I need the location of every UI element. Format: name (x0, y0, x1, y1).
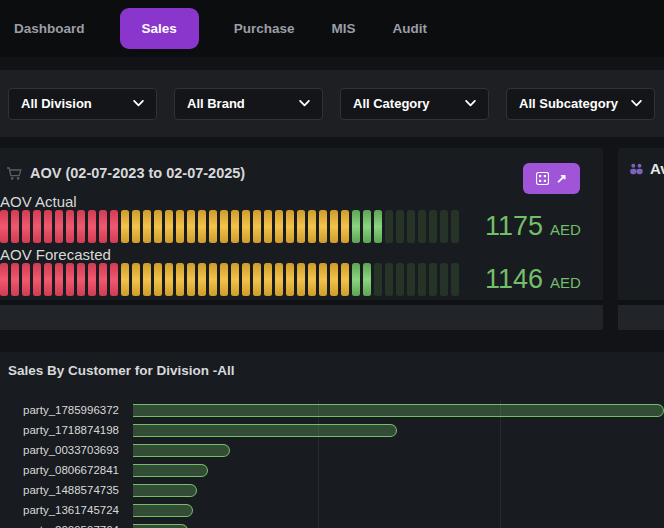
customer-label: party_2009597764 (0, 520, 126, 528)
gauge-segment-red (99, 263, 107, 296)
average-panel-footer-strip (618, 300, 664, 330)
explore-table-button[interactable]: ↗ (523, 163, 580, 194)
gauge-segment-yellow (297, 263, 305, 296)
gauge-segment-off (407, 263, 415, 296)
gauge-segment-yellow (132, 263, 140, 296)
sales-by-customer-title: Sales By Customer for Division -All (8, 363, 235, 378)
gauge-segment-red (11, 210, 19, 243)
bar-row (133, 480, 664, 500)
customer-label: party_1785996372 (0, 400, 126, 420)
gauge-segment-yellow (220, 263, 228, 296)
gauge-segment-yellow (209, 263, 217, 296)
gauge-segment-yellow (187, 263, 195, 296)
customer-bar (133, 484, 197, 497)
filter-dropdown-2[interactable]: All Brand (174, 88, 323, 120)
gauge-value-unit: AED (550, 221, 581, 238)
gauge-segment-yellow (275, 263, 283, 296)
gauge-segment-yellow (308, 210, 316, 243)
dropdown-selected-value: All Division (21, 96, 92, 111)
chevron-down-icon (465, 100, 476, 107)
gauge-segment-yellow (264, 263, 272, 296)
gauge-segment-off (429, 210, 437, 243)
gauge-segment-yellow (165, 210, 173, 243)
gauge-segment-yellow (220, 210, 228, 243)
gauge-segment-yellow (176, 210, 184, 243)
gauge-segment-yellow (319, 210, 327, 243)
gauge-value: 1146AED (485, 264, 581, 295)
gauge-segment-yellow (176, 263, 184, 296)
filter-dropdown-4[interactable]: All Subcategory (506, 88, 655, 120)
gauge-segment-yellow (231, 263, 239, 296)
gauge-segment-yellow (154, 263, 162, 296)
gauge-row: 1146AED (0, 263, 603, 296)
bar-row (133, 400, 664, 420)
gauge-segment-off (418, 210, 426, 243)
gauge-list: AOV Actual1175AEDAOV Forecasted1146AED (0, 194, 603, 296)
gauge-segment-yellow (330, 210, 338, 243)
gauge-segment-red (11, 263, 19, 296)
gauge-segment-green (352, 210, 360, 243)
gauge-segment-yellow (154, 210, 162, 243)
gauge-segment-red (0, 210, 8, 243)
sales-by-customer-panel: Sales By Customer for Division -All part… (0, 352, 664, 528)
average-panel-header: Ave (629, 160, 664, 177)
gauge-segment-red (44, 263, 52, 296)
gauge-segment-yellow (132, 210, 140, 243)
shopping-cart-icon (6, 166, 22, 181)
customer-bar (133, 464, 208, 477)
bar-row (133, 420, 664, 440)
gauge-segment-yellow (165, 263, 173, 296)
nav-tab-sales[interactable]: Sales (120, 8, 199, 49)
gauge-segment-red (88, 210, 96, 243)
gauge-value: 1175AED (485, 211, 581, 242)
gauge-segment-red (0, 263, 8, 296)
gauge-segment-off (440, 263, 448, 296)
bar-row (133, 520, 664, 528)
customer-labels: party_1785996372party_1718874198party_00… (0, 400, 126, 528)
gauge-segment-red (110, 210, 118, 243)
gauge-segment-off (385, 263, 393, 296)
gauge-segment-yellow (308, 263, 316, 296)
gauge-segment-yellow (242, 263, 250, 296)
gauge-segment-yellow (286, 210, 294, 243)
gauge-segment-red (99, 210, 107, 243)
nav-tab-mis[interactable]: MIS (330, 21, 358, 36)
gauge-segment-yellow (341, 263, 349, 296)
gauge-segment-yellow (209, 210, 217, 243)
lcd-bar-gauge (0, 210, 459, 243)
gauge-segment-green (374, 210, 382, 243)
gauge-segment-yellow (121, 210, 129, 243)
arrow-up-right-icon: ↗ (556, 172, 567, 185)
gauge-segment-red (66, 263, 74, 296)
nav-tab-dashboard[interactable]: Dashboard (12, 21, 87, 36)
bar-row (133, 500, 664, 520)
table-icon (536, 172, 549, 185)
bar-row (133, 460, 664, 480)
customer-label: party_0806672841 (0, 460, 126, 480)
average-panel: Ave (618, 148, 664, 330)
gauge-segment-green (363, 210, 371, 243)
gauge-segment-yellow (264, 210, 272, 243)
dropdown-selected-value: All Subcategory (519, 96, 618, 111)
chevron-down-icon (133, 100, 144, 107)
filter-dropdown-1[interactable]: All Division (8, 88, 157, 120)
dropdown-selected-value: All Category (353, 96, 430, 111)
gauge-segment-off (418, 263, 426, 296)
gauge-segment-off (396, 263, 404, 296)
gauge-label: AOV Forecasted (0, 247, 603, 263)
gauge-value-unit: AED (550, 274, 581, 291)
gauge-segment-yellow (198, 263, 206, 296)
gauge-segment-off (385, 210, 393, 243)
gauge-segment-yellow (198, 210, 206, 243)
aov-panel-header: AOV (02-07-2023 to 02-07-2025) ↗ (0, 158, 603, 188)
dropdown-selected-value: All Brand (187, 96, 245, 111)
customer-label: party_1488574735 (0, 480, 126, 500)
filter-dropdown-3[interactable]: All Category (340, 88, 489, 120)
gauge-segment-yellow (341, 210, 349, 243)
nav-tab-purchase[interactable]: Purchase (232, 21, 297, 36)
gauge-segment-off (451, 263, 459, 296)
gauge-segment-off (374, 263, 382, 296)
gauge-segment-red (55, 210, 63, 243)
nav-tab-audit[interactable]: Audit (391, 21, 430, 36)
gauge-segment-off (429, 263, 437, 296)
